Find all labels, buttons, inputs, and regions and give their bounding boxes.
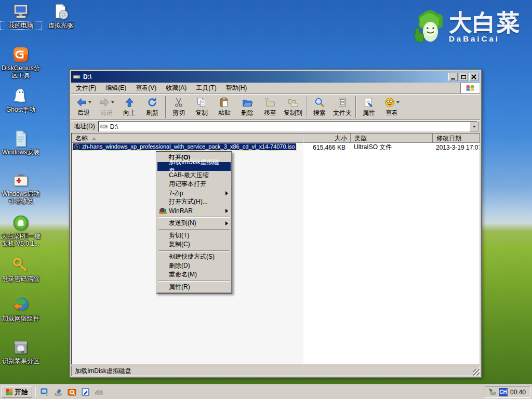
paste-button[interactable]: 粘贴 [213,95,236,119]
context-item-send-to[interactable]: 发送到(N) [157,219,231,228]
desktop-icon-my-computer[interactable]: 我的电脑 [1,3,41,29]
paste-icon [219,97,230,108]
up-button[interactable]: 向上 [118,95,141,119]
context-item-open-with[interactable]: 打开方式(H)... [157,197,231,206]
desktop-icon-label: 大白菜PE一键装机 V5.0.1... [1,233,41,247]
context-item-properties[interactable]: 属性(R) [157,283,231,291]
desktop-wallpaper: 我的电脑 虚拟光驱 DiskGenius分区工具 Ghost手动 Windows… [0,0,532,399]
menu-separator [158,281,230,281]
column-header-name[interactable]: 名称 [72,134,303,143]
refresh-button[interactable]: 刷新 [141,95,164,119]
safely-remove-icon[interactable] [488,388,496,396]
throbber-panel [460,83,480,94]
quicklaunch-show-desktop[interactable] [39,387,50,397]
address-value: D:\ [110,123,118,130]
menu-tools[interactable]: 工具(T) [191,82,221,94]
context-item-delete[interactable]: 删除(D) [157,261,231,270]
back-button[interactable]: 后退 [72,95,95,119]
paste-label: 粘贴 [218,109,231,117]
refresh-icon [147,97,158,108]
search-button[interactable]: 搜索 [308,95,331,119]
drive-icon [73,73,81,81]
menu-file[interactable]: 文件(F) [71,82,101,94]
file-row[interactable]: zh-hans_windows_xp_professional_with_ser… [72,143,480,152]
language-indicator[interactable]: CH [499,388,508,396]
move-to-button[interactable]: 移至 [259,95,282,119]
context-item-open-with-notepad[interactable]: 用记事本打开 [157,180,231,189]
copy-button[interactable]: 复制 [190,95,213,119]
maximize-icon [461,75,466,79]
status-text: 加载ImDisk虚拟磁盘 [75,367,131,376]
quicklaunch-storage[interactable] [94,387,104,397]
desktop-icon-apple-partition[interactable]: 识别苹果分区 [1,339,41,365]
context-item-create-shortcut[interactable]: 创建快捷方式(S) [157,252,231,261]
delete-button[interactable]: 删除 [236,95,259,119]
close-button[interactable] [469,73,478,81]
submenu-arrow-icon [225,209,228,213]
search-icon [314,97,325,108]
context-item-rename[interactable]: 重命名(M) [157,270,231,279]
storage-icon [95,388,103,396]
desktop-icon-label: 登录密码清除 [1,275,41,283]
context-item-copy[interactable]: 复制(C) [157,240,231,249]
desktop-icon-virtual-cdrom[interactable]: 虚拟光驱 [41,3,81,29]
copy-to-label: 复制到 [284,109,302,117]
column-header-size[interactable]: 大小 [303,134,351,143]
copy-to-button[interactable]: 复制到 [282,95,304,119]
desktop-icon-windows-setup[interactable]: Windows安装 [1,130,41,156]
system-tray: CH 00:40 [485,387,530,398]
file-type: UltraISO 文件 [351,143,433,152]
back-dropdown-icon[interactable] [88,101,91,103]
minimize-button[interactable] [448,73,458,81]
desktop-icon-boot-repair[interactable]: Windows启动引导修复 [1,171,41,205]
column-header-type[interactable]: 类型 [351,134,433,143]
address-dropdown-button[interactable] [470,122,478,131]
column-header-modified[interactable]: 修改日期 [433,134,480,143]
desktop-icon-diskgenius[interactable]: DiskGenius分区工具 [1,46,41,79]
context-item-mount-imdisk[interactable]: 加载ImDisk虚拟磁盘 [157,162,231,171]
submenu-arrow-icon [225,191,228,195]
folders-button[interactable]: 文件夹 [331,95,354,119]
cut-label: 剪切 [172,109,185,117]
apple-partition-icon [12,339,30,356]
forward-icon [99,97,110,108]
properties-button[interactable]: 属性 [357,95,380,119]
diskgenius-icon [12,46,30,63]
address-input[interactable]: D:\ [98,121,477,132]
load-network-icon [12,296,30,314]
desktop-icon-load-network[interactable]: 加载网络组件 [1,296,41,322]
resize-grip[interactable] [473,369,480,376]
menu-help[interactable]: 帮助(H) [221,82,252,94]
view-dropdown-icon[interactable] [396,101,400,103]
menu-view[interactable]: 查看(V) [131,82,161,94]
dabaicai-logo: 大白菜 DaBaiCai [409,6,524,48]
desktop-icon-dabaicai-pe[interactable]: 大白菜PE一键装机 V5.0.1... [1,214,41,247]
forward-dropdown-icon[interactable] [111,101,114,103]
cut-button[interactable]: 剪切 [167,95,190,119]
refresh-label: 刷新 [146,109,158,117]
maximize-button[interactable] [459,73,468,81]
quicklaunch-notepad[interactable] [80,387,90,397]
dabaicai-mascot-icon [409,8,447,46]
context-item-cut[interactable]: 剪切(T) [157,231,231,240]
selected-file[interactable]: zh-hans_windows_xp_professional_with_ser… [73,143,296,150]
back-icon [76,97,87,108]
address-bar: 地址(D) D:\ [71,120,480,133]
forward-button[interactable]: 前进 [95,95,118,119]
context-item-winrar[interactable]: WinRAR [157,206,231,215]
context-item-7zip[interactable]: 7-Zip [157,189,231,197]
quicklaunch-cleanup[interactable] [53,387,63,397]
context-item-cab-compress[interactable]: CAB-最大压缩 [157,171,231,180]
desktop-icon-ghost[interactable]: Ghost手动 [1,87,41,113]
quicklaunch-file-search[interactable] [66,387,77,397]
menu-favorites[interactable]: 收藏(A) [161,82,191,94]
sort-ascending-icon [92,137,96,140]
desktop-icon-password-clear[interactable]: 登录密码清除 [1,257,41,283]
clock[interactable]: 00:40 [510,389,526,396]
title-bar[interactable]: D:\ [71,71,480,83]
menu-edit[interactable]: 编辑(E) [101,82,131,94]
toolbar: 后退 前进 向上 刷新 剪切 复制 [71,94,480,120]
view-button[interactable]: 查看 [380,95,403,119]
file-modified: 2013-3-19 17:07 [433,144,480,151]
start-button[interactable]: 开始 [2,387,32,398]
